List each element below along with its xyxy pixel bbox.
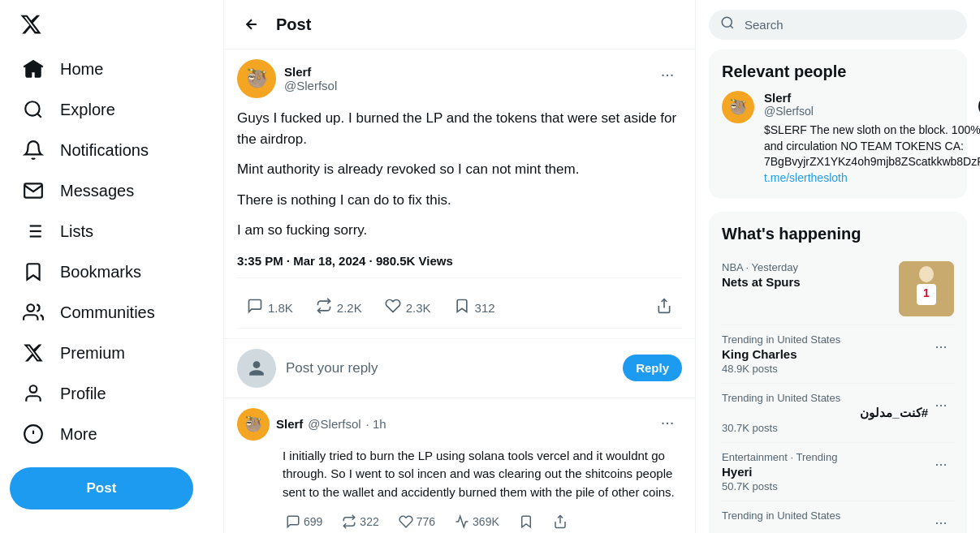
person-row: 🦥 Slerf @Slerfsol Follow $SLERF The new … <box>722 91 954 186</box>
sidebar-item-communities[interactable]: Communities <box>10 292 168 333</box>
sidebar-label-lists: Lists <box>60 222 93 241</box>
home-icon <box>23 58 44 80</box>
reply-user-avatar <box>237 349 276 388</box>
reply-1-retweet[interactable]: 322 <box>334 509 386 533</box>
trending-hyeri-left: Entertainment · Trending Hyeri 50.7K pos… <box>722 451 928 492</box>
back-button[interactable] <box>237 10 266 39</box>
nba-trending-image: 1 <box>899 261 954 316</box>
svg-point-19 <box>919 266 934 282</box>
sidebar-item-premium[interactable]: Premium <box>10 333 138 373</box>
retweet-icon <box>316 298 332 318</box>
tweet-meta: 3:35 PM · Mar 18, 2024 · 980.5K Views <box>237 254 682 278</box>
reply-placeholder: Post your reply <box>286 360 378 376</box>
sidebar-label-explore: Explore <box>60 101 115 119</box>
reply-1-actions: 699 322 776 369K <box>237 509 682 533</box>
sidebar-label-bookmarks: Bookmarks <box>60 263 141 282</box>
trending-arabic-more[interactable]: ··· <box>928 392 954 418</box>
trending-5-category: Trending in United States <box>722 509 928 522</box>
reply-action[interactable]: 1.8K <box>237 291 303 325</box>
trending-nba-category: NBA · Yesterday <box>722 261 899 273</box>
sidebar-item-lists[interactable]: Lists <box>10 211 106 251</box>
tweet-author-name: Slerf <box>284 65 337 79</box>
trending-hyeri-more[interactable]: ··· <box>928 451 954 477</box>
reply-1-retweet-count: 322 <box>360 515 378 528</box>
reply-1-like[interactable]: 776 <box>391 509 443 533</box>
person-info: Slerf @Slerfsol Follow $SLERF The new sl… <box>764 91 980 186</box>
sidebar-label-premium: Premium <box>60 344 125 363</box>
reply-1-avatar: 🦥 <box>237 408 270 441</box>
explore-icon <box>23 99 44 120</box>
tweet-author-avatar: 🦥 <box>237 59 276 98</box>
bookmark-count: 312 <box>475 301 495 315</box>
reply-icon <box>247 298 263 318</box>
trending-item-arabic[interactable]: Trending in United States #کنت_مدلون 30.… <box>722 384 954 443</box>
search-input[interactable] <box>709 10 967 40</box>
trending-5-left: Trending in United States <box>722 509 928 522</box>
trending-item-hyeri[interactable]: Entertainment · Trending Hyeri 50.7K pos… <box>722 443 954 501</box>
svg-point-8 <box>27 304 34 312</box>
sidebar-label-more: More <box>60 425 97 444</box>
reply-input[interactable]: Post your reply <box>286 360 613 376</box>
trending-nba-name: Nets at Spurs <box>722 275 899 289</box>
notifications-icon <box>23 140 44 161</box>
tweet-body: Guys I fucked up. I burned the LP and th… <box>237 108 682 241</box>
post-button[interactable]: Post <box>10 467 193 509</box>
tweet-author-left: 🦥 Slerf @Slerfsol <box>237 59 337 98</box>
sidebar-label-home: Home <box>60 60 103 79</box>
tweet-author-info: Slerf @Slerfsol <box>284 65 337 92</box>
share-action[interactable] <box>646 291 682 325</box>
reply-1-reply-count: 699 <box>304 515 322 528</box>
sidebar-label-profile: Profile <box>60 385 106 403</box>
tweet-more-button[interactable]: ··· <box>653 59 682 88</box>
reply-1-handle: @Slerfsol <box>308 417 360 431</box>
like-action[interactable]: 2.3K <box>375 291 441 325</box>
trending-king-more[interactable]: ··· <box>928 333 954 359</box>
sidebar-item-profile[interactable]: Profile <box>10 373 119 414</box>
reply-button[interactable]: Reply <box>623 355 682 381</box>
svg-rect-22 <box>913 305 922 316</box>
trending-item-nba[interactable]: NBA · Yesterday Nets at Spurs 1 <box>722 253 954 325</box>
trending-arabic-left: Trending in United States #کنت_مدلون 30.… <box>722 392 928 434</box>
main-content: Post 🦥 Slerf @Slerfsol ··· Guys I fucked… <box>223 0 696 533</box>
sidebar-item-bookmarks[interactable]: Bookmarks <box>10 251 154 292</box>
trending-king-count: 48.9K posts <box>722 363 928 375</box>
reply-count: 1.8K <box>268 301 293 315</box>
communities-icon <box>23 302 44 323</box>
sidebar-item-messages[interactable]: Messages <box>10 170 147 211</box>
reply-tweet-1: 🦥 Slerf @Slerfsol · 1h ··· I initially t… <box>224 398 695 534</box>
trending-hyeri-category: Entertainment · Trending <box>722 451 928 463</box>
like-icon <box>385 298 401 318</box>
bookmark-action[interactable]: 312 <box>444 291 505 325</box>
tweet-author-handle: @Slerfsol <box>284 79 337 92</box>
sidebar-item-home[interactable]: Home <box>10 49 116 89</box>
sidebar-item-explore[interactable]: Explore <box>10 89 128 130</box>
lists-icon <box>23 221 44 242</box>
retweet-action[interactable]: 2.2K <box>306 291 372 325</box>
svg-point-16 <box>722 17 732 27</box>
trending-king-name: King Charles <box>722 347 928 361</box>
reply-1-name: Slerf <box>276 417 303 431</box>
sidebar-label-messages: Messages <box>60 182 134 200</box>
reply-1-more-button[interactable]: ··· <box>653 408 682 437</box>
reply-1-bookmark[interactable] <box>511 509 542 533</box>
reply-1-share[interactable] <box>545 509 576 533</box>
person-bio: $SLERF The new sloth on the block. 100% … <box>764 123 980 186</box>
reply-1-reply[interactable]: 699 <box>278 509 330 533</box>
relevant-people-title: Relevant people <box>722 62 954 81</box>
twitter-logo[interactable] <box>10 3 52 45</box>
sidebar-item-notifications[interactable]: Notifications <box>10 130 162 170</box>
trending-item-5[interactable]: Trending in United States ··· <box>722 501 954 533</box>
sidebar-item-more[interactable]: More <box>10 414 110 454</box>
bookmark-icon <box>454 298 470 318</box>
person-bio-link[interactable]: t.me/slerthesloth <box>764 171 848 184</box>
reply-box: Post your reply Reply <box>224 339 695 398</box>
trending-item-kingcharles[interactable]: Trending in United States King Charles 4… <box>722 325 954 384</box>
svg-point-0 <box>25 101 39 115</box>
reply-1-views[interactable]: 369K <box>447 509 507 533</box>
whats-happening-title: What's happening <box>722 225 954 243</box>
reply-1-time: · 1h <box>366 417 386 431</box>
right-sidebar: Relevant people 🦥 Slerf @Slerfsol Follow… <box>696 0 980 533</box>
search-box <box>709 0 967 49</box>
trending-5-more[interactable]: ··· <box>928 509 954 533</box>
svg-rect-23 <box>931 305 939 316</box>
